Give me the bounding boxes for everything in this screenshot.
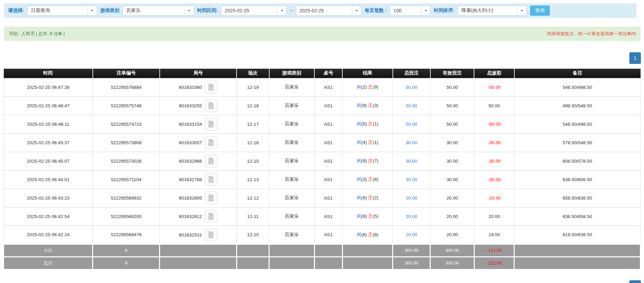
time-cell: 2025-02-25 06:42:24 — [4, 226, 93, 244]
time-cell: 2025-02-25 06:46:11 — [4, 115, 93, 133]
video-replay-button[interactable] — [204, 118, 217, 131]
player-result-score: (8) — [361, 214, 367, 219]
subtotal-row-empty-session — [237, 244, 269, 257]
video-replay-button[interactable] — [204, 191, 217, 204]
payout-cell: 50.00 — [474, 96, 514, 115]
banker-result-score: (7) — [373, 158, 378, 163]
banker-result-label: 庄 — [368, 158, 373, 163]
subtotal-row-empty-round — [160, 244, 237, 257]
video-file-icon — [207, 194, 215, 202]
session-cell: 12-12 — [237, 189, 269, 207]
valid-bet-cell: 30.00 — [430, 170, 474, 189]
round-id-value: 601632966 — [179, 159, 202, 164]
round-id-value: 601633255 — [179, 103, 202, 108]
date-to-input[interactable]: 2025-02-25 — [296, 5, 362, 16]
round-id-cell: 601633154 — [160, 115, 237, 133]
time-cell: 2025-02-25 06:45:07 — [4, 152, 93, 170]
round-id-cell: 601632531 — [160, 226, 237, 244]
payout-cell: -30.00 — [474, 133, 514, 152]
banker-result-score: (5) — [373, 214, 378, 219]
total-bet-cell[interactable]: 20.00 — [393, 226, 430, 244]
round-id-cell: 601632695 — [160, 189, 237, 207]
video-file-icon — [207, 157, 215, 165]
column-header: 总投注 — [393, 69, 430, 78]
session-cell: 12-13 — [237, 170, 269, 189]
total-row-remark — [514, 257, 641, 269]
video-replay-button[interactable] — [204, 99, 217, 112]
player-result-label: 闲 — [357, 232, 361, 237]
date-to-value[interactable]: 2025-02-25 — [296, 6, 352, 15]
time-sort-dropdown-button[interactable] — [517, 6, 527, 15]
subtotal-row-valid-bet: 300.00 — [430, 244, 474, 257]
remark-cell: 498.50/548.50 — [514, 96, 641, 115]
search-button[interactable]: 查询 — [530, 5, 550, 16]
query-type-dropdown-button[interactable] — [87, 6, 97, 15]
table-row: 2025-02-25 06:46:11522295574723601633154… — [4, 115, 641, 133]
query-type-value[interactable]: 日期查询 — [28, 6, 87, 15]
date-from-value[interactable]: 2025-02-25 — [221, 6, 277, 15]
player-result-score: (4) — [361, 140, 367, 145]
table-row: 2025-02-25 06:46:47522295575746601633255… — [4, 96, 641, 115]
game-category-select[interactable]: 百家乐 — [123, 5, 194, 16]
query-type-select[interactable]: 日期查询 — [27, 5, 97, 16]
valid-bet-cell: 20.00 — [430, 207, 474, 226]
total-bet-cell[interactable]: 30.00 — [393, 152, 430, 170]
date-from-dropdown-button[interactable] — [277, 6, 286, 15]
bet-id-cell: 522295573808 — [93, 133, 160, 152]
chevron-down-icon — [425, 10, 427, 12]
subtotal-row-count: 9 — [93, 244, 160, 257]
table-body: 2025-02-25 06:47:26522295576884601633360… — [4, 78, 641, 244]
video-replay-button[interactable] — [204, 173, 217, 186]
player-result-label: 闲 — [357, 84, 361, 90]
game-category-cell: 百家乐 — [269, 115, 314, 133]
session-cell: 12-10 — [237, 226, 269, 244]
result-cell: 闲(4) 庄(1) — [342, 133, 392, 152]
video-replay-button[interactable] — [204, 210, 217, 223]
subtotal-row: 小计9300.00300.00-121.00 — [4, 244, 641, 257]
game-category-dropdown-button[interactable] — [184, 6, 194, 15]
subtotal-row-total-bet: 300.00 — [393, 244, 430, 257]
total-bet-cell[interactable]: 30.00 — [393, 170, 430, 189]
total-row-empty-session — [237, 257, 269, 269]
total-bet-cell[interactable]: 50.00 — [393, 96, 430, 115]
time-cell: 2025-02-25 06:45:37 — [4, 133, 93, 152]
video-replay-button[interactable] — [204, 136, 217, 149]
page-size-value[interactable]: 100 — [390, 6, 421, 15]
result-cell: 闲(9) 庄(3) — [342, 96, 392, 115]
video-replay-button[interactable] — [204, 228, 217, 241]
time-sort-select[interactable]: 降幂(由大到小) — [458, 5, 527, 16]
time-sort-value[interactable]: 降幂(由大到小) — [458, 6, 517, 15]
date-from-input[interactable]: 2025-02-25 — [221, 5, 287, 16]
page-size-select[interactable]: 100 — [390, 5, 431, 16]
total-bet-cell[interactable]: 20.00 — [393, 207, 430, 226]
total-bet-cell[interactable]: 30.00 — [393, 133, 430, 152]
video-replay-button[interactable] — [204, 154, 217, 167]
date-to-dropdown-button[interactable] — [352, 6, 361, 15]
game-category-value[interactable]: 百家乐 — [123, 6, 184, 15]
remark-cell: 638.50/608.50 — [514, 170, 641, 189]
column-header: 注单编号 — [93, 69, 160, 78]
total-row-payout: -121.00 — [474, 257, 514, 269]
total-bet-cell[interactable]: 50.00 — [393, 115, 430, 133]
banker-result-label: 庄 — [368, 214, 373, 219]
table-row: 2025-02-25 06:42:54522295569200601632612… — [4, 207, 641, 226]
player-result-label: 闲 — [357, 177, 361, 182]
result-cell: 闲(5) 庄(1) — [342, 115, 392, 133]
valid-bet-cell: 20.00 — [430, 189, 474, 207]
total-row-count: 9 — [93, 257, 160, 269]
total-bet-cell[interactable]: 50.00 — [393, 78, 430, 96]
pagination-page-1-top[interactable]: 1 — [629, 52, 641, 64]
table-number-cell: AS1 — [314, 189, 342, 207]
page-size-dropdown-button[interactable] — [421, 6, 430, 15]
payout-cell: 19.00 — [474, 226, 514, 244]
total-bet-cell[interactable]: 20.00 — [393, 189, 430, 207]
video-replay-button[interactable] — [204, 81, 217, 94]
pagination-page-1-bottom[interactable]: 1 — [629, 280, 641, 283]
game-category-cell: 百家乐 — [269, 78, 314, 96]
banker-result-score: (3) — [373, 103, 378, 108]
remark-cell: 638.50/658.50 — [514, 207, 641, 226]
table-number-cell: AS1 — [314, 133, 342, 152]
chevron-down-icon — [281, 10, 283, 12]
round-id-value: 601632531 — [179, 232, 202, 237]
subtotal-row-empty-result — [342, 244, 392, 257]
